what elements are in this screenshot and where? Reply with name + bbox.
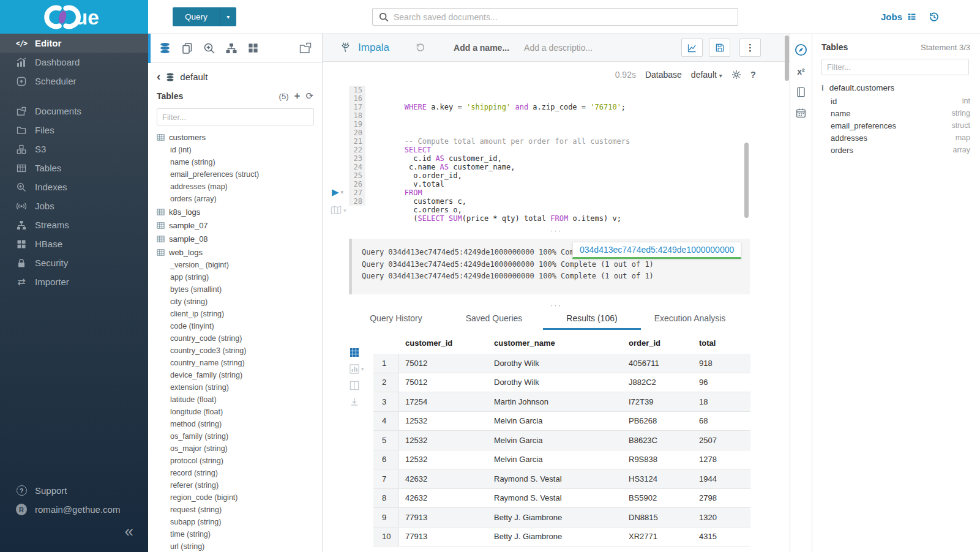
code-line[interactable]: 24 v.total (323, 163, 790, 171)
column-entry[interactable]: email_preferences (struct) (157, 168, 322, 181)
sidebar-item-security[interactable]: Security (0, 253, 148, 272)
assist-documents-icon[interactable] (181, 42, 193, 54)
col-header[interactable]: total (693, 332, 750, 354)
add-table-icon[interactable]: + (294, 90, 300, 102)
column-entry[interactable]: bytes (smallint) (157, 283, 322, 296)
cell-customer-id[interactable]: 77913 (399, 528, 488, 546)
collapse-sidebar-icon[interactable]: « (125, 525, 133, 537)
cell-total[interactable]: 4315 (693, 528, 750, 546)
code-line[interactable]: 18 (323, 111, 790, 120)
tables-filter-input[interactable] (157, 108, 314, 125)
cell-total[interactable]: 918 (693, 354, 750, 373)
active-table-row[interactable]: i default.customers (821, 83, 971, 92)
assist-sitemap-icon[interactable] (225, 42, 238, 54)
resize-handle-icon[interactable]: ··· (323, 303, 790, 308)
active-table-name[interactable]: default.customers (829, 83, 895, 92)
column-entry[interactable]: city (string) (157, 296, 322, 308)
column-entry[interactable]: request (string) (157, 504, 322, 516)
column-entry[interactable]: time (string) (157, 528, 322, 540)
sidebar-item-streams[interactable]: Streams (0, 215, 148, 234)
column-name[interactable]: orders (831, 146, 853, 155)
editor-scrollbar[interactable] (744, 143, 749, 218)
new-query-label[interactable]: Query (173, 7, 220, 26)
code-line[interactable]: 23 o.order_id, (323, 154, 790, 163)
column-entry[interactable]: name (string) (157, 156, 322, 168)
column-entry[interactable]: addresses (map) (157, 181, 322, 193)
code-line[interactable]: 28 (SELECT SUM(price * qty) total FROM o… (323, 197, 790, 206)
help-question-icon[interactable]: ? (750, 69, 756, 80)
columns-view-icon[interactable] (350, 381, 364, 390)
code-line[interactable]: 25 FROM (323, 171, 790, 180)
cell-customer-id[interactable]: 12532 (399, 450, 488, 469)
cell-customer-name[interactable]: Melvin Garcia (488, 412, 623, 431)
cell-order-id[interactable]: XR2771 (623, 528, 693, 546)
more-actions-button[interactable]: ⋮ (739, 39, 761, 57)
presentation-mode-icon[interactable]: ▾ (331, 206, 346, 215)
column-entry[interactable]: record (string) (157, 467, 322, 479)
table-row[interactable]: 10 77913 Betty J. Giambrone XR2771 4315 (373, 528, 750, 547)
query-history-icon[interactable] (415, 42, 425, 53)
table-row[interactable]: 9 77913 Betty J. Giambrone DN8815 1320 (373, 508, 750, 528)
execute-button[interactable]: ▶ ▾ (332, 187, 343, 196)
assist-apps-icon[interactable] (247, 42, 259, 54)
code-editor[interactable]: 15 WHERE a.key = 'shipping' and a.zip_co… (323, 86, 790, 208)
sidebar-item-documents[interactable]: Documents (0, 102, 148, 121)
cell-customer-name[interactable]: Dorothy Wilk (488, 373, 623, 392)
tab-saved-queries[interactable]: Saved Queries (445, 309, 543, 330)
assist-databases-icon[interactable] (159, 42, 171, 54)
column-entry[interactable]: extension (string) (157, 381, 322, 393)
column-name[interactable]: addresses (831, 133, 867, 143)
cell-customer-id[interactable]: 75012 (399, 354, 488, 373)
column-entry[interactable]: device_family (string) (157, 369, 322, 381)
col-header[interactable]: customer_id (399, 332, 488, 354)
cell-order-id[interactable]: HS3124 (623, 469, 693, 488)
tab-query-history[interactable]: Query History (347, 309, 445, 330)
column-entry[interactable]: os_family (string) (157, 430, 322, 442)
tab-execution-analysis[interactable]: Execution Analysis (641, 309, 739, 330)
table-name[interactable]: customers (169, 133, 206, 142)
cell-customer-name[interactable]: Raymond S. Vestal (488, 489, 623, 508)
table-row[interactable]: k8s_logs (157, 205, 322, 218)
table-row[interactable]: 6 12532 Melvin Garcia R9S838 1278 (373, 450, 750, 470)
sidebar-item-scheduler[interactable]: Scheduler (0, 72, 148, 91)
cell-customer-name[interactable]: Raymond S. Vestal (488, 469, 623, 488)
assist-explorer-icon[interactable] (795, 43, 807, 56)
cell-total[interactable]: 1278 (693, 450, 750, 469)
jobs-link[interactable]: Jobs (881, 12, 917, 22)
col-header[interactable]: customer_name (488, 332, 623, 354)
cell-order-id[interactable]: J882C2 (623, 373, 693, 392)
schedule-icon[interactable] (796, 108, 806, 118)
database-breadcrumb[interactable]: ‹ default (148, 63, 322, 82)
cell-order-id[interactable]: PB6268 (623, 412, 693, 431)
query-description-field[interactable]: Add a descriptio... (524, 43, 593, 53)
column-entry[interactable]: subapp (string) (157, 516, 322, 528)
cell-customer-id[interactable]: 42632 (399, 489, 488, 508)
panel-scrollbar[interactable] (785, 35, 789, 81)
column-entry[interactable]: client_ip (string) (157, 308, 322, 320)
history-icon[interactable] (928, 11, 940, 23)
resize-handle-icon[interactable]: ··· (323, 228, 790, 233)
cell-customer-name[interactable]: Dorothy Wilk (488, 354, 623, 373)
table-name[interactable]: sample_07 (169, 221, 208, 230)
cell-customer-id[interactable]: 12532 (399, 431, 488, 450)
column-name[interactable]: id (831, 97, 837, 106)
download-icon[interactable] (350, 397, 364, 407)
column-row[interactable]: name string (813, 107, 980, 119)
table-name[interactable]: k8s_logs (169, 207, 200, 217)
cell-order-id[interactable]: B8623C (623, 431, 693, 450)
tab-results[interactable]: Results (106) (543, 309, 641, 330)
col-header[interactable]: order_id (623, 332, 693, 354)
sidebar-item-user[interactable]: R romain@gethue.com (0, 500, 148, 519)
column-entry[interactable]: id (int) (157, 144, 322, 156)
cell-customer-id[interactable]: 75012 (399, 373, 488, 392)
table-name[interactable]: web_logs (169, 248, 203, 257)
cell-total[interactable]: 2507 (693, 431, 750, 450)
cell-customer-name[interactable]: Melvin Garcia (488, 450, 623, 469)
cell-customer-id[interactable]: 17254 (399, 392, 488, 411)
cell-order-id[interactable]: I72T39 (623, 392, 693, 411)
sidebar-item-jobs[interactable]: Jobs (0, 196, 148, 215)
database-name[interactable]: default (180, 72, 208, 82)
table-row[interactable]: sample_08 (157, 232, 322, 245)
grid-view-icon[interactable] (350, 348, 364, 357)
sidebar-item-support[interactable]: ? Support (0, 481, 148, 500)
